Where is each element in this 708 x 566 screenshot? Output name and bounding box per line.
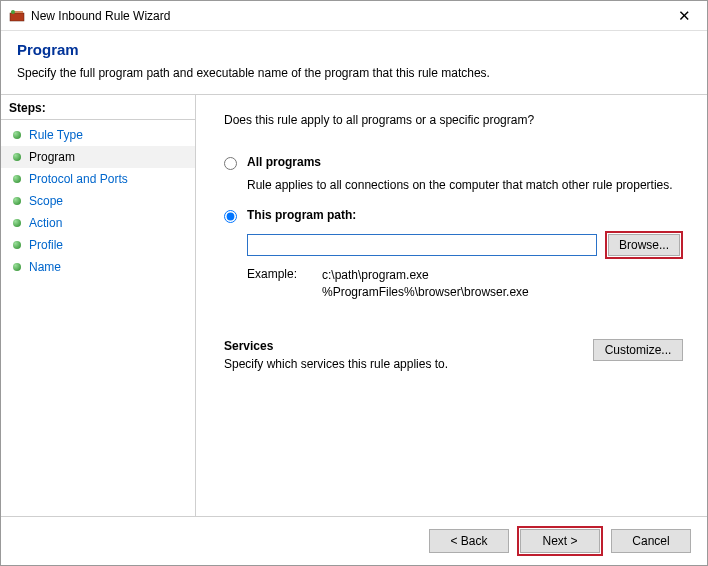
titlebar: New Inbound Rule Wizard ✕ <box>1 1 707 31</box>
browse-highlight: Browse... <box>605 231 683 259</box>
step-name[interactable]: Name <box>1 256 195 278</box>
example-text: c:\path\program.exe %ProgramFiles%\brows… <box>322 267 529 301</box>
services-title: Services <box>224 339 448 353</box>
wizard-header: Program Specify the full program path an… <box>1 31 707 95</box>
step-protocol-ports[interactable]: Protocol and Ports <box>1 168 195 190</box>
window-title: New Inbound Rule Wizard <box>31 9 170 23</box>
firewall-icon <box>9 8 25 24</box>
step-action[interactable]: Action <box>1 212 195 234</box>
option-this-program[interactable]: This program path: <box>224 208 683 223</box>
steps-sidebar: Steps: Rule Type Program Protocol and Po… <box>1 95 196 516</box>
question-text: Does this rule apply to all programs or … <box>224 113 683 127</box>
back-button[interactable]: < Back <box>429 529 509 553</box>
example-label: Example: <box>247 267 302 301</box>
step-link[interactable]: Action <box>29 216 62 230</box>
step-rule-type[interactable]: Rule Type <box>1 124 195 146</box>
close-icon[interactable]: ✕ <box>670 5 699 27</box>
step-link[interactable]: Profile <box>29 238 63 252</box>
bullet-icon <box>13 219 21 227</box>
step-program[interactable]: Program <box>1 146 195 168</box>
bullet-icon <box>13 263 21 271</box>
all-programs-desc: Rule applies to all connections on the c… <box>247 178 683 192</box>
wizard-content: Does this rule apply to all programs or … <box>196 95 707 516</box>
program-path-input[interactable] <box>247 234 597 256</box>
step-scope[interactable]: Scope <box>1 190 195 212</box>
browse-button[interactable]: Browse... <box>608 234 680 256</box>
bullet-icon <box>13 241 21 249</box>
step-link[interactable]: Rule Type <box>29 128 83 142</box>
step-link[interactable]: Scope <box>29 194 63 208</box>
bullet-icon <box>13 153 21 161</box>
radio-all-programs[interactable] <box>224 157 237 170</box>
option-all-programs[interactable]: All programs <box>224 155 683 170</box>
customize-button[interactable]: Customize... <box>593 339 683 361</box>
next-highlight: Next > <box>517 526 603 556</box>
svg-point-3 <box>11 10 15 14</box>
page-description: Specify the full program path and execut… <box>17 66 691 80</box>
radio-this-program[interactable] <box>224 210 237 223</box>
wizard-footer: < Back Next > Cancel <box>1 517 707 565</box>
bullet-icon <box>13 175 21 183</box>
step-profile[interactable]: Profile <box>1 234 195 256</box>
step-link[interactable]: Name <box>29 260 61 274</box>
this-program-label: This program path: <box>247 208 356 222</box>
bullet-icon <box>13 197 21 205</box>
all-programs-label: All programs <box>247 155 321 169</box>
step-label: Program <box>29 150 75 164</box>
svg-rect-0 <box>10 13 24 21</box>
cancel-button[interactable]: Cancel <box>611 529 691 553</box>
bullet-icon <box>13 131 21 139</box>
steps-heading: Steps: <box>1 101 195 120</box>
services-desc: Specify which services this rule applies… <box>224 357 448 371</box>
page-title: Program <box>17 41 691 58</box>
next-button[interactable]: Next > <box>520 529 600 553</box>
step-link[interactable]: Protocol and Ports <box>29 172 128 186</box>
